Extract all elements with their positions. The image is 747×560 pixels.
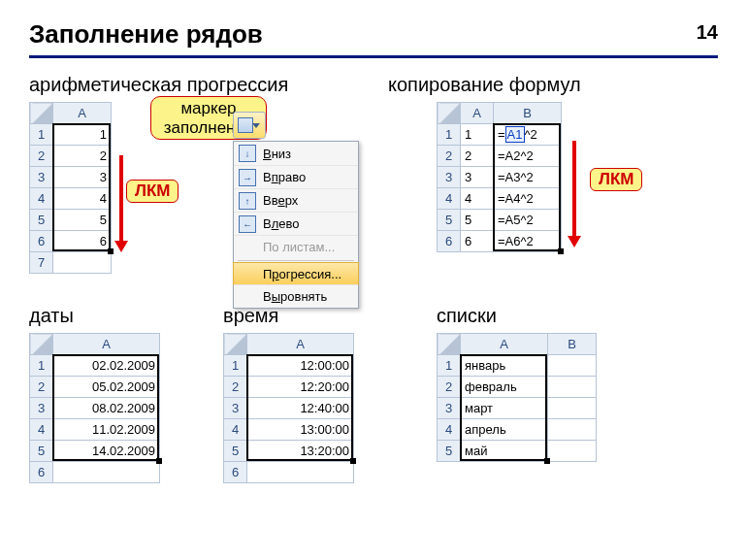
arrow-left-icon: ← <box>239 215 256 233</box>
row-header: 3 <box>30 398 53 419</box>
table-time: A 112:00:00 212:20:00 312:40:00 413:00:0… <box>223 333 354 483</box>
fill-button[interactable] <box>233 112 266 139</box>
chevron-down-icon <box>252 123 260 128</box>
menu-item-right[interactable]: →Вправо <box>234 165 358 188</box>
corner-cell <box>224 334 247 355</box>
cell[interactable]: 1 <box>53 124 112 146</box>
cell[interactable]: 13:20:00 <box>247 441 354 462</box>
cell[interactable]: =A2^2 <box>494 146 562 167</box>
fill-handle[interactable] <box>156 458 162 464</box>
cell[interactable] <box>53 252 112 274</box>
menu-item-progression[interactable]: Прогрессия... <box>233 262 359 285</box>
menu-separator <box>238 260 354 261</box>
fill-icon <box>238 117 253 133</box>
menu-item-sheets: По листам... <box>234 235 358 258</box>
cell-ref: A1 <box>505 126 525 143</box>
cell[interactable]: 3 <box>53 167 112 188</box>
heading-lists: списки <box>437 305 650 327</box>
cell[interactable]: февраль <box>461 377 548 398</box>
fill-handle[interactable] <box>558 248 564 254</box>
cell[interactable]: 02.02.2009 <box>53 355 160 377</box>
corner-cell <box>30 103 53 124</box>
row-header: 5 <box>438 441 461 462</box>
row-header: 5 <box>30 441 53 462</box>
row-header: 3 <box>438 398 461 419</box>
corner-cell <box>438 103 461 124</box>
cell[interactable]: март <box>461 398 548 419</box>
cell[interactable] <box>548 355 597 377</box>
slide-title: Заполнение рядов <box>29 19 718 58</box>
corner-cell <box>438 334 461 355</box>
fill-handle[interactable] <box>350 458 356 464</box>
arrow-down-icon: ↓ <box>239 145 256 162</box>
cell[interactable]: 6 <box>461 231 494 252</box>
cell[interactable]: 5 <box>53 210 112 231</box>
row-header: 1 <box>30 124 53 146</box>
col-header: B <box>548 334 597 355</box>
row-header: 1 <box>438 355 461 377</box>
col-header: B <box>494 103 562 124</box>
col-header: A <box>53 103 112 124</box>
cell[interactable]: 12:40:00 <box>247 398 354 419</box>
arrow-right-icon: → <box>239 169 256 186</box>
cell[interactable]: 1 <box>461 124 494 146</box>
cell[interactable]: 4 <box>461 188 494 210</box>
cell[interactable]: 4 <box>53 188 112 210</box>
cell[interactable]: 12:20:00 <box>247 377 354 398</box>
row-header: 6 <box>438 231 461 252</box>
row-header: 4 <box>224 419 247 441</box>
cell[interactable]: =A6^2 <box>494 231 562 252</box>
row-header: 7 <box>30 252 53 274</box>
cell[interactable]: 6 <box>53 231 112 252</box>
callout-lkm: ЛКМ <box>126 180 179 203</box>
row-header: 2 <box>30 377 53 398</box>
row-header: 2 <box>438 377 461 398</box>
row-header: 1 <box>224 355 247 377</box>
heading-dates: даты <box>29 305 213 327</box>
cell[interactable]: =A3^2 <box>494 167 562 188</box>
cell[interactable] <box>247 462 354 483</box>
menu-item-left[interactable]: ←Влево <box>234 212 358 235</box>
cell[interactable]: 2 <box>461 146 494 167</box>
row-header: 2 <box>30 146 53 167</box>
cell[interactable] <box>53 462 160 483</box>
table-arith: A 11 22 33 44 55 66 7 <box>29 102 112 274</box>
row-header: 5 <box>30 210 53 231</box>
cell[interactable] <box>548 377 597 398</box>
row-header: 4 <box>438 188 461 210</box>
table-dates: A 102.02.2009 205.02.2009 308.02.2009 41… <box>29 333 160 483</box>
fill-handle[interactable] <box>108 248 114 254</box>
row-header: 4 <box>438 419 461 441</box>
cell[interactable]: 3 <box>461 167 494 188</box>
cell[interactable]: 5 <box>461 210 494 231</box>
cell[interactable]: 12:00:00 <box>247 355 354 377</box>
fill-handle[interactable] <box>544 458 550 464</box>
cell[interactable]: =A4^2 <box>494 188 562 210</box>
page-number: 14 <box>697 21 718 44</box>
cell[interactable]: май <box>461 441 548 462</box>
cell[interactable]: 08.02.2009 <box>53 398 160 419</box>
cell[interactable]: январь <box>461 355 548 377</box>
row-header: 2 <box>224 377 247 398</box>
row-header: 2 <box>438 146 461 167</box>
row-header: 6 <box>30 231 53 252</box>
cell[interactable]: =A5^2 <box>494 210 562 231</box>
cell[interactable] <box>548 441 597 462</box>
cell[interactable] <box>548 419 597 441</box>
col-header: A <box>53 334 160 355</box>
cell[interactable] <box>548 398 597 419</box>
row-header: 1 <box>438 124 461 146</box>
cell[interactable]: 14.02.2009 <box>53 441 160 462</box>
col-header: A <box>461 103 494 124</box>
cell[interactable]: апрель <box>461 419 548 441</box>
menu-item-up[interactable]: ↑Вверх <box>234 188 358 212</box>
menu-item-down[interactable]: ↓Вниз <box>234 142 358 165</box>
cell[interactable]: 13:00:00 <box>247 419 354 441</box>
row-header: 1 <box>30 355 53 377</box>
cell-formula[interactable]: =A1^2 <box>494 124 562 146</box>
row-header: 5 <box>438 210 461 231</box>
cell[interactable]: 05.02.2009 <box>53 377 160 398</box>
cell[interactable]: 11.02.2009 <box>53 419 160 441</box>
cell[interactable]: 2 <box>53 146 112 167</box>
table-lists: A B 1январь 2февраль 3март 4апрель 5май <box>437 333 597 462</box>
